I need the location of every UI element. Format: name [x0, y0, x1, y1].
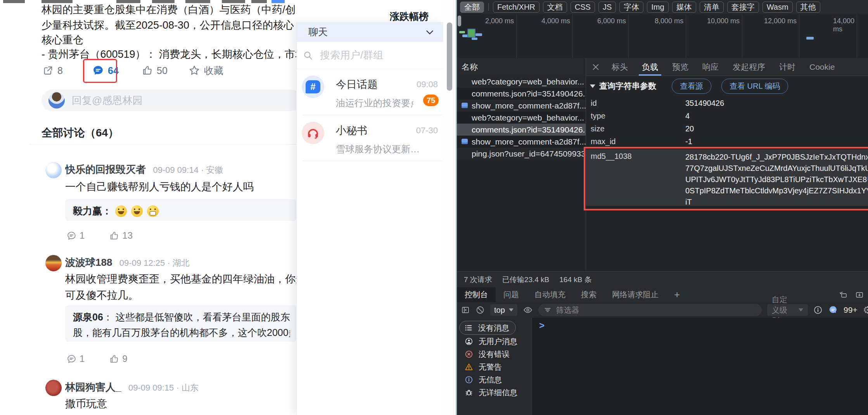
comment-author[interactable]: 快乐的回报毁灭者	[65, 164, 146, 175]
chat-search[interactable]	[297, 42, 443, 69]
clear-console-icon[interactable]	[475, 304, 485, 316]
console-filter-errors[interactable]: 没有错误	[465, 348, 510, 361]
comment-reply-button[interactable]: 1	[67, 353, 85, 364]
quoted-reply[interactable]: 毅力赢：	[65, 199, 296, 221]
expand-drawer-icon[interactable]	[851, 287, 868, 302]
request-row-selected[interactable]: comments.json?id=351490426...	[457, 124, 586, 136]
request-row[interactable]: show_more_comment-a2d87f...	[457, 136, 586, 148]
comment-like-button[interactable]: 13	[109, 230, 133, 241]
resources-status: 164 kB 条	[559, 275, 591, 285]
add-drawer-tab-button[interactable]: +	[666, 287, 688, 302]
quote-author[interactable]: 源泉06	[73, 312, 103, 322]
console-filter-verbose[interactable]: 无详细信息	[465, 386, 517, 399]
info-icon[interactable]	[813, 304, 823, 316]
filter-chip-css[interactable]: CSS	[571, 2, 595, 13]
comment-avatar[interactable]	[45, 162, 62, 178]
filter-chip-other[interactable]: 其他	[796, 2, 820, 13]
console-message-count[interactable]: 99+	[844, 305, 858, 315]
filter-chip-manifest[interactable]: 清单	[700, 2, 724, 13]
filter-chip-font[interactable]: 字体	[619, 2, 643, 13]
quoted-reply[interactable]: 源泉06： 这些都是低智傻吹，看看茅台里面的股东，好的机构 股，能有几百万股茅台…	[65, 305, 296, 342]
tab-timing[interactable]: 计时	[772, 58, 802, 76]
console-filter-warnings[interactable]: 无警告	[465, 360, 502, 374]
chevron-down-icon[interactable]	[425, 27, 435, 37]
request-row[interactable]: comments.json?id=351490426...	[457, 88, 586, 100]
chat-search-input[interactable]	[319, 49, 425, 62]
share-button[interactable]: 8	[43, 65, 89, 76]
comment-footer: 1 9	[67, 353, 128, 364]
filter-chip-img[interactable]: Img	[647, 2, 668, 13]
comment-bubble-icon	[67, 354, 76, 364]
comment-avatar[interactable]	[45, 255, 62, 271]
dock-side-icon[interactable]	[835, 287, 851, 302]
console-filter-info[interactable]: 无信息	[465, 373, 502, 386]
view-source-button[interactable]: 查看源	[672, 79, 711, 94]
filter-chip-js[interactable]: JS	[598, 2, 616, 13]
requests-name-header[interactable]: 名称	[457, 58, 590, 76]
tab-console[interactable]: 控制台	[457, 287, 496, 302]
comment-author[interactable]: 波波球188	[65, 257, 112, 268]
console-sidebar-toggle-icon[interactable]	[461, 304, 470, 316]
chat-item-subtitle: 油运行业的投资要点	[336, 97, 413, 109]
console-prompt-chevron[interactable]: >	[539, 320, 545, 331]
live-expression-eye-icon[interactable]	[523, 304, 533, 316]
divider	[29, 144, 296, 145]
tab-cookies[interactable]: Cookie	[802, 58, 842, 76]
filter-chip-fetch-xhr[interactable]: Fetch/XHR	[493, 2, 539, 13]
filter-chip-doc[interactable]: 文档	[543, 2, 567, 13]
comment-reply-button[interactable]: 1	[67, 230, 85, 241]
console-filter-all[interactable]: 没有消息	[459, 321, 516, 335]
query-params-title: 查询字符串参数	[599, 81, 656, 91]
comment-count-highlight-box	[83, 59, 117, 83]
filter-chip-media[interactable]: 媒体	[672, 2, 696, 13]
favorite-button[interactable]: 收藏	[188, 64, 223, 77]
chat-item-secretary[interactable]: 小秘书 07-30 雪球服务协议更新…	[297, 115, 443, 161]
page-scrollbar-track[interactable]	[443, 0, 456, 415]
request-row[interactable]: ping.json?user_id=6474509933	[457, 148, 586, 160]
console-sidebar: 没有消息 无用户消息 没有错误 无警告 无信息	[457, 318, 532, 415]
reply-input[interactable]: 回复@感恩林园	[41, 90, 296, 111]
network-timeline-overview[interactable]: 2,000 ms 4,000 ms 6,000 ms 8,000 ms 10,0…	[457, 14, 868, 59]
comment-author[interactable]: 林园狗害人_	[65, 381, 121, 393]
favorite-label: 收藏	[204, 64, 223, 77]
comment-avatar[interactable]	[45, 380, 62, 396]
close-details-button[interactable]	[586, 58, 605, 76]
filter-chip-socket[interactable]: 套接字	[727, 2, 759, 13]
tab-preview[interactable]: 预览	[665, 58, 695, 76]
request-row[interactable]: web?category=web_behavior...	[457, 76, 586, 88]
tab-search[interactable]: 搜索	[573, 287, 604, 302]
tab-response[interactable]: 响应	[695, 58, 726, 76]
tab-issues[interactable]: 问题	[496, 287, 527, 302]
chat-item-topic[interactable]: # 今日话题 09:08 油运行业的投资要点 75	[297, 69, 443, 115]
tab-initiator[interactable]: 发起程序	[726, 58, 772, 76]
collapse-triangle-icon[interactable]	[590, 84, 595, 88]
script-file-icon	[462, 103, 468, 108]
quote-author[interactable]: 毅力赢	[73, 205, 102, 216]
filter-chip-all[interactable]: 全部	[460, 2, 484, 13]
filter-chip-wasm[interactable]: Wasm	[763, 2, 793, 13]
comment-like-button[interactable]: 9	[109, 353, 127, 364]
tab-autofill[interactable]: 自动填充	[527, 287, 573, 302]
ranking-link[interactable]: 涨跌幅榜	[390, 10, 429, 23]
context-selector[interactable]: top	[490, 304, 517, 316]
request-blob	[467, 29, 475, 38]
console-filter[interactable]	[538, 304, 762, 316]
console-filter-user-messages[interactable]: 无用户消息	[465, 335, 517, 348]
feedback-bubble-icon[interactable]	[828, 304, 838, 316]
view-url-encoded-button[interactable]: 查看 URL 编码	[721, 79, 788, 94]
tab-headers[interactable]: 标头	[605, 58, 635, 76]
settings-gear-icon[interactable]: ⚙	[863, 304, 868, 316]
like-button[interactable]: 50	[142, 65, 187, 76]
console-filter-input[interactable]	[555, 305, 735, 315]
overview-handle[interactable]	[458, 15, 461, 26]
log-levels-selector[interactable]: 自定义级别	[767, 304, 808, 316]
page-scrollbar-thumb[interactable]	[447, 22, 452, 91]
tab-payload[interactable]: 负载	[635, 58, 665, 76]
search-icon	[303, 50, 313, 60]
request-row[interactable]: web?category=web_behavior...	[457, 112, 586, 124]
headphones-icon	[306, 126, 320, 139]
tab-network-blocking[interactable]: 网络请求阻止	[604, 287, 666, 302]
chat-header[interactable]: 聊天	[297, 22, 443, 42]
divider	[488, 3, 489, 11]
request-row[interactable]: show_more_comment-a2d87f...	[457, 100, 586, 112]
